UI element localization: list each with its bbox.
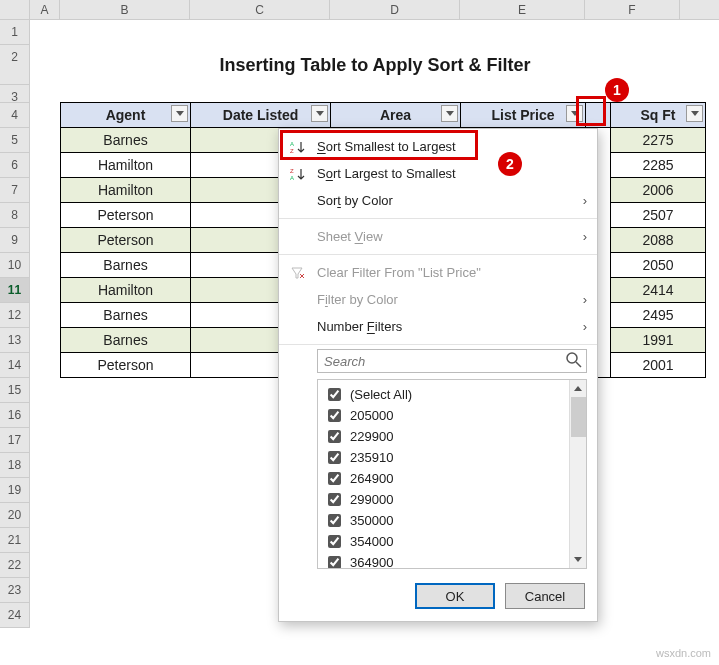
filter-button-area[interactable] [441, 105, 458, 122]
table-row[interactable]: 2285 [611, 153, 706, 178]
row-header[interactable]: 13 [0, 328, 30, 353]
menu-sort-color[interactable]: Sort by Color › [279, 187, 597, 214]
row-header[interactable]: 22 [0, 553, 30, 578]
col-header-D[interactable]: D [330, 0, 460, 19]
row-header[interactable]: 18 [0, 453, 30, 478]
checkbox[interactable] [328, 388, 341, 401]
checkbox[interactable] [328, 556, 341, 568]
row-header[interactable]: 10 [0, 253, 30, 278]
col-header-F[interactable]: F [585, 0, 680, 19]
row-header[interactable]: 24 [0, 603, 30, 628]
cell-agent[interactable]: Peterson [61, 353, 191, 378]
filter-check-item[interactable]: 350000 [322, 510, 565, 531]
cancel-button[interactable]: Cancel [505, 583, 585, 609]
cell-agent[interactable]: Hamilton [61, 278, 191, 303]
row-header[interactable]: 12 [0, 303, 30, 328]
table-row[interactable]: 2275 [611, 128, 706, 153]
scrollbar[interactable] [569, 380, 586, 568]
header-agent: Agent [61, 103, 191, 128]
header-label: Date Listed [223, 107, 298, 123]
filter-dropdown-menu: AZ Sort Smallest to Largest ZA Sort Larg… [278, 128, 598, 622]
filter-check-item[interactable]: 299000 [322, 489, 565, 510]
cell-sqft[interactable]: 2050 [611, 253, 706, 278]
checkbox[interactable] [328, 535, 341, 548]
checkbox[interactable] [328, 514, 341, 527]
checkbox[interactable] [328, 430, 341, 443]
cell-sqft[interactable]: 2495 [611, 303, 706, 328]
cell-sqft[interactable]: 2088 [611, 228, 706, 253]
row-header[interactable]: 8 [0, 203, 30, 228]
row-header[interactable]: 7 [0, 178, 30, 203]
row-header[interactable]: 6 [0, 153, 30, 178]
cell-agent[interactable]: Peterson [61, 203, 191, 228]
row-header[interactable]: 5 [0, 128, 30, 153]
table-row[interactable]: 2507 [611, 203, 706, 228]
filter-check-item[interactable]: 235910 [322, 447, 565, 468]
cell-sqft[interactable]: 2001 [611, 353, 706, 378]
menu-sort-desc[interactable]: ZA Sort Largest to Smallest [279, 160, 597, 187]
svg-point-4 [567, 353, 577, 363]
table-row[interactable]: 2001 [611, 353, 706, 378]
filter-check-item[interactable]: 264900 [322, 468, 565, 489]
col-header-B[interactable]: B [60, 0, 190, 19]
row-header[interactable]: 3 [0, 85, 30, 103]
table-row[interactable]: 1991 [611, 328, 706, 353]
table-row[interactable]: 2006 [611, 178, 706, 203]
cell-agent[interactable]: Barnes [61, 328, 191, 353]
checkbox[interactable] [328, 472, 341, 485]
row-header[interactable]: 4 [0, 103, 30, 128]
cell-sqft[interactable]: 2006 [611, 178, 706, 203]
row-header[interactable]: 23 [0, 578, 30, 603]
row-header[interactable]: 1 [0, 20, 30, 45]
filter-check-item[interactable]: 205000 [322, 405, 565, 426]
table-row[interactable]: 2050 [611, 253, 706, 278]
row-header[interactable]: 16 [0, 403, 30, 428]
filter-check-item[interactable]: (Select All) [322, 384, 565, 405]
scroll-thumb[interactable] [571, 397, 586, 437]
cell-sqft[interactable]: 2507 [611, 203, 706, 228]
col-header-C[interactable]: C [190, 0, 330, 19]
filter-button-agent[interactable] [171, 105, 188, 122]
menu-label: Sort by Color [317, 193, 393, 208]
cell-agent[interactable]: Barnes [61, 128, 191, 153]
menu-clear-filter: Clear Filter From "List Price" [279, 259, 597, 286]
checkbox[interactable] [328, 451, 341, 464]
cell-agent[interactable]: Barnes [61, 303, 191, 328]
col-header-A[interactable]: A [30, 0, 60, 19]
table-row[interactable]: 2495 [611, 303, 706, 328]
chevron-down-icon [176, 111, 184, 116]
cell-agent[interactable]: Hamilton [61, 178, 191, 203]
row-header[interactable]: 2 [0, 45, 30, 85]
row-header[interactable]: 9 [0, 228, 30, 253]
filter-search-input[interactable] [317, 349, 587, 373]
row-header[interactable]: 15 [0, 378, 30, 403]
row-header[interactable]: 11 [0, 278, 30, 303]
col-header-E[interactable]: E [460, 0, 585, 19]
scroll-up-icon[interactable] [570, 380, 586, 397]
cell-sqft[interactable]: 2275 [611, 128, 706, 153]
row-header[interactable]: 20 [0, 503, 30, 528]
table-row[interactable]: 2414 [611, 278, 706, 303]
row-header[interactable]: 19 [0, 478, 30, 503]
filter-button-date[interactable] [311, 105, 328, 122]
cell-sqft[interactable]: 1991 [611, 328, 706, 353]
row-header[interactable]: 14 [0, 353, 30, 378]
cell-agent[interactable]: Peterson [61, 228, 191, 253]
filter-check-item[interactable]: 354000 [322, 531, 565, 552]
scroll-down-icon[interactable] [570, 551, 586, 568]
filter-check-item[interactable]: 364900 [322, 552, 565, 568]
menu-number-filters[interactable]: Number Filters › [279, 313, 597, 340]
table-row[interactable]: 2088 [611, 228, 706, 253]
select-all-triangle[interactable] [0, 0, 30, 19]
cell-agent[interactable]: Hamilton [61, 153, 191, 178]
ok-button[interactable]: OK [415, 583, 495, 609]
cell-agent[interactable]: Barnes [61, 253, 191, 278]
checkbox[interactable] [328, 409, 341, 422]
cell-sqft[interactable]: 2285 [611, 153, 706, 178]
filter-check-item[interactable]: 229900 [322, 426, 565, 447]
filter-button-sqft[interactable] [686, 105, 703, 122]
row-header[interactable]: 21 [0, 528, 30, 553]
cell-sqft[interactable]: 2414 [611, 278, 706, 303]
row-header[interactable]: 17 [0, 428, 30, 453]
checkbox[interactable] [328, 493, 341, 506]
